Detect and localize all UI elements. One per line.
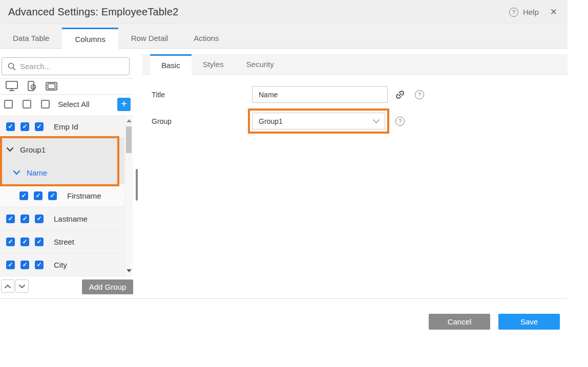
chevron-down-icon[interactable] [13, 170, 20, 175]
checkbox-checked[interactable]: ✓ [35, 214, 44, 223]
dialog-footer: Cancel Save [0, 298, 568, 338]
add-column-button[interactable]: + [117, 98, 131, 111]
checkbox-checked[interactable]: ✓ [35, 238, 44, 246]
tab-row-detail[interactable]: Row Detail [118, 28, 181, 48]
sidebar-footer: Add Group [0, 279, 134, 298]
help-label: Help [523, 8, 539, 16]
title-field-label: Title [152, 91, 252, 99]
subgroup-label: Name [27, 168, 47, 177]
checkbox-checked[interactable]: ✓ [20, 214, 29, 223]
column-label: City [54, 261, 67, 269]
tab-columns[interactable]: Columns [62, 28, 118, 49]
checkbox-checked[interactable]: ✓ [20, 261, 29, 269]
move-down-button[interactable] [15, 279, 29, 293]
cancel-button[interactable]: Cancel [429, 314, 490, 330]
chevron-up-icon [4, 284, 11, 289]
main-tab-bar: Data Table Columns Row Detail Actions [0, 25, 568, 49]
title-input[interactable] [252, 86, 388, 103]
title-help-icon[interactable]: ? [415, 90, 424, 99]
device-visibility-icons [5, 80, 58, 92]
checkbox-checked[interactable]: ✓ [6, 261, 15, 269]
chevron-down-icon[interactable] [6, 147, 14, 152]
column-label: Emp Id [54, 122, 78, 131]
list-item-name[interactable]: Name [0, 161, 124, 184]
tab-styles[interactable]: Styles [192, 54, 235, 74]
select-all-desktop-checkbox[interactable] [4, 100, 13, 109]
add-group-button[interactable]: Add Group [82, 279, 133, 294]
list-item-street[interactable]: ✓ ✓ ✓ Street [0, 230, 124, 253]
dialog-header: Advanced Settings: EmployeeTable2 ? Help… [0, 0, 568, 25]
list-item-lastname[interactable]: ✓ ✓ ✓ Lastname [0, 207, 124, 230]
tab-basic[interactable]: Basic [150, 54, 192, 75]
search-input[interactable] [20, 62, 129, 71]
header-actions: ? Help ✕ [509, 8, 557, 17]
column-list: ✓ ✓ ✓ Emp Id Group1 Name ✓ ✓ [0, 115, 124, 276]
scroll-down-arrow-icon[interactable] [127, 269, 132, 272]
column-properties-panel: Basic Styles Security Title ? Group Grou… [142, 49, 568, 299]
desktop-icon[interactable] [5, 80, 18, 92]
mobile-icon[interactable] [26, 80, 37, 92]
group-help-icon[interactable]: ? [395, 117, 405, 126]
chevron-down-icon [373, 119, 380, 123]
tab-data-table[interactable]: Data Table [0, 28, 62, 48]
list-scrollbar[interactable] [124, 115, 133, 276]
link-icon[interactable] [394, 89, 406, 100]
group-dropdown-highlight: Group1 [248, 109, 389, 134]
group-label: Group1 [20, 145, 46, 154]
search-box [2, 57, 130, 75]
group-dropdown-value: Group1 [259, 117, 373, 125]
divider [0, 78, 133, 79]
help-button[interactable]: ? Help [509, 8, 539, 17]
column-label: Lastname [54, 214, 88, 223]
column-label: Street [54, 238, 74, 246]
checkbox-checked[interactable]: ✓ [20, 122, 29, 131]
group-field-row: Group Group1 ? [152, 109, 405, 134]
column-label: Firstname [67, 191, 101, 200]
select-all-label: Select All [58, 100, 90, 109]
select-all-mobile-checkbox[interactable] [23, 100, 31, 109]
checkbox-checked[interactable]: ✓ [6, 238, 15, 246]
help-icon: ? [509, 8, 518, 17]
scrollbar-thumb[interactable] [126, 126, 132, 153]
group-dropdown[interactable]: Group1 [252, 113, 385, 129]
tab-security[interactable]: Security [235, 54, 285, 74]
scroll-up-arrow-icon[interactable] [127, 119, 132, 122]
chevron-down-icon [18, 284, 26, 289]
checkbox-checked[interactable]: ✓ [35, 122, 44, 131]
checkbox-checked[interactable]: ✓ [48, 191, 57, 200]
title-field-row: Title ? [152, 86, 424, 103]
save-button[interactable]: Save [498, 314, 560, 330]
tablet-icon[interactable] [45, 81, 58, 91]
panel-scrollbar-thumb[interactable] [136, 169, 138, 201]
list-item-firstname[interactable]: ✓ ✓ ✓ Firstname [0, 184, 124, 207]
checkbox-checked[interactable]: ✓ [35, 261, 44, 269]
advanced-settings-dialog: Advanced Settings: EmployeeTable2 ? Help… [0, 0, 588, 367]
search-icon [8, 62, 16, 71]
checkbox-checked[interactable]: ✓ [20, 238, 29, 246]
move-up-button[interactable] [1, 279, 14, 293]
list-item-city[interactable]: ✓ ✓ ✓ City [0, 253, 124, 276]
close-icon[interactable]: ✕ [550, 8, 557, 16]
columns-sidebar: Select All + ✓ ✓ ✓ Emp Id Group1 N [0, 49, 142, 299]
checkbox-checked[interactable]: ✓ [34, 191, 43, 200]
checkbox-checked[interactable]: ✓ [6, 122, 15, 131]
list-item-emp-id[interactable]: ✓ ✓ ✓ Emp Id [0, 115, 124, 138]
dialog-title: Advanced Settings: EmployeeTable2 [8, 6, 178, 18]
checkbox-checked[interactable]: ✓ [19, 191, 28, 200]
select-all-tablet-checkbox[interactable] [41, 100, 50, 109]
checkbox-checked[interactable]: ✓ [6, 214, 15, 223]
group-field-label: Group [152, 117, 252, 125]
panel-tab-bar: Basic Styles Security [142, 54, 568, 75]
list-item-group1[interactable]: Group1 [0, 138, 124, 161]
select-all-row: Select All + [0, 95, 133, 114]
tab-actions[interactable]: Actions [181, 28, 232, 48]
